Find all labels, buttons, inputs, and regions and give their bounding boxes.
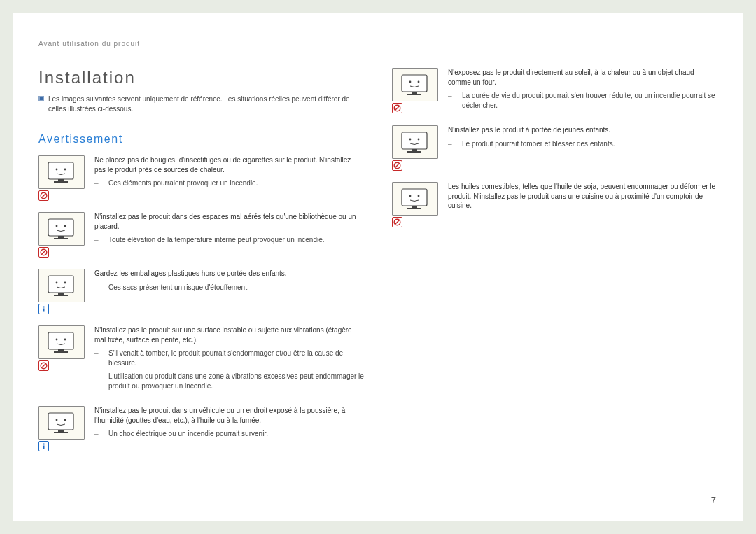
prohibit-icon	[392, 217, 402, 227]
warning-sub-text: Un choc électrique ou un incendie pourra…	[108, 429, 268, 439]
svg-rect-51	[402, 189, 427, 206]
svg-rect-30	[48, 413, 74, 430]
svg-point-24	[56, 339, 58, 341]
svg-rect-35	[43, 444, 45, 445]
svg-rect-12	[58, 236, 64, 238]
prohibit-icon	[392, 160, 402, 171]
warning-sub-text: Ces sacs présentent un risque d'étouffem…	[108, 283, 249, 293]
dash-icon: –	[448, 91, 455, 110]
svg-rect-36	[43, 446, 45, 449]
svg-line-57	[396, 220, 400, 225]
svg-rect-54	[412, 206, 417, 208]
warning-text-column: N'installez pas le produit sur une surfa…	[94, 325, 364, 395]
svg-rect-23	[48, 332, 74, 349]
warning-item: Ne placez pas de bougies, d'insectifuges…	[38, 155, 364, 201]
illustration-icon	[38, 212, 85, 246]
warning-sub-list: –Un choc électrique ou un incendie pourr…	[94, 429, 364, 439]
svg-rect-9	[48, 219, 74, 236]
svg-point-17	[56, 282, 58, 284]
svg-point-39	[418, 81, 420, 83]
warning-icon-column	[38, 325, 85, 395]
warning-sub-list: –S'il venait à tomber, le produit pourra…	[94, 349, 364, 391]
svg-rect-27	[54, 351, 68, 353]
svg-point-32	[64, 419, 66, 421]
document-page: Avant utilisation du produit Installatio…	[13, 13, 743, 521]
illustration-icon	[38, 155, 85, 189]
warning-sub-item: –Ces éléments pourraient provoquer un in…	[94, 178, 364, 188]
warning-main-text: N'installez pas le produit dans des espa…	[94, 212, 364, 231]
warning-sub-list: –La durée de vie du produit pourrait s'e…	[448, 91, 718, 110]
warning-list-left: Ne placez pas de bougies, d'insectifuges…	[38, 155, 364, 451]
svg-rect-47	[412, 149, 417, 151]
dash-icon: –	[94, 372, 102, 391]
prohibit-icon	[38, 360, 49, 371]
warning-sub-text: Le produit pourrait tomber et blesser de…	[462, 139, 615, 149]
content-columns: Installation Les images suivantes serven…	[38, 68, 718, 463]
svg-rect-2	[48, 162, 74, 179]
warning-text-column: N'installez pas le produit à portée de j…	[448, 125, 718, 171]
illustration-icon	[38, 325, 85, 359]
warning-item: N'exposez pas le produit directement au …	[392, 68, 718, 114]
warning-sub-item: –Toute élévation de la température inter…	[94, 235, 364, 245]
warning-text-column: N'installez pas le produit dans un véhic…	[94, 406, 364, 451]
warning-sub-text: Toute élévation de la température intern…	[108, 235, 325, 245]
svg-rect-13	[54, 238, 68, 239]
illustration-icon	[38, 269, 85, 302]
warning-sub-text: L'utilisation du produit dans une zone à…	[108, 372, 364, 391]
svg-rect-16	[48, 276, 74, 293]
warning-text-column: Les huiles comestibles, telles que l'hui…	[448, 182, 718, 227]
warning-icon-column	[38, 155, 85, 201]
warning-main-text: N'installez pas le produit dans un véhic…	[94, 406, 364, 425]
warning-item: N'installez pas le produit à portée de j…	[392, 125, 718, 171]
warning-list-right: N'exposez pas le produit directement au …	[392, 68, 718, 227]
svg-point-25	[64, 339, 66, 341]
warning-sub-list: –Ces sacs présentent un risque d'étouffe…	[94, 283, 364, 293]
svg-point-31	[56, 419, 58, 421]
svg-point-4	[64, 169, 66, 171]
warning-text-column: N'installez pas le produit dans des espa…	[94, 212, 364, 258]
warning-main-text: Ne placez pas de bougies, d'insectifuges…	[94, 155, 364, 174]
svg-rect-1	[40, 97, 43, 100]
illustration-icon	[392, 182, 438, 216]
note-bullet-icon	[38, 96, 44, 101]
svg-point-46	[418, 139, 420, 141]
svg-point-52	[410, 195, 412, 197]
warning-text-column: Gardez les emballages plastiques hors de…	[94, 269, 364, 314]
note-text: Les images suivantes servent uniquement …	[48, 94, 350, 113]
warning-icon-column	[38, 269, 85, 314]
warning-main-text: Les huiles comestibles, telles que l'hui…	[448, 182, 718, 211]
warning-sub-list: –Ces éléments pourraient provoquer un in…	[94, 178, 364, 188]
prohibit-icon	[38, 190, 49, 201]
warning-text-column: Ne placez pas de bougies, d'insectifuges…	[94, 155, 364, 201]
illustration-icon	[38, 406, 85, 440]
svg-point-38	[410, 81, 412, 83]
warning-icon-column	[392, 68, 438, 114]
right-column: N'exposez pas le produit directement au …	[392, 68, 718, 463]
svg-rect-37	[402, 75, 427, 92]
svg-rect-19	[58, 293, 64, 295]
warning-item: N'installez pas le produit dans des espa…	[38, 212, 364, 258]
warning-sub-list: –Le produit pourrait tomber et blesser d…	[448, 139, 718, 149]
prohibit-icon	[392, 103, 402, 113]
warning-icon-column	[392, 182, 438, 227]
warning-item: N'installez pas le produit dans un véhic…	[38, 406, 364, 451]
warning-sub-item: –La durée de vie du produit pourrait s'e…	[448, 91, 718, 110]
dash-icon: –	[448, 139, 455, 149]
illustration-icon	[392, 125, 438, 159]
illustration-icon	[392, 68, 438, 101]
svg-rect-6	[54, 181, 68, 183]
svg-point-45	[410, 139, 412, 141]
warning-icon-column	[38, 212, 85, 258]
dash-icon: –	[94, 349, 102, 367]
warning-sub-item: –Un choc électrique ou un incendie pourr…	[94, 429, 364, 439]
svg-rect-44	[402, 132, 427, 149]
dash-icon: –	[94, 235, 102, 245]
section-heading: Avertissement	[38, 133, 364, 146]
svg-line-29	[42, 364, 46, 368]
prohibit-icon	[38, 247, 49, 258]
warning-main-text: Gardez les emballages plastiques hors de…	[94, 269, 364, 279]
page-title: Installation	[38, 68, 364, 87]
svg-rect-41	[407, 94, 421, 95]
warning-main-text: N'installez pas le produit sur une surfa…	[94, 325, 364, 344]
svg-point-18	[64, 282, 66, 284]
